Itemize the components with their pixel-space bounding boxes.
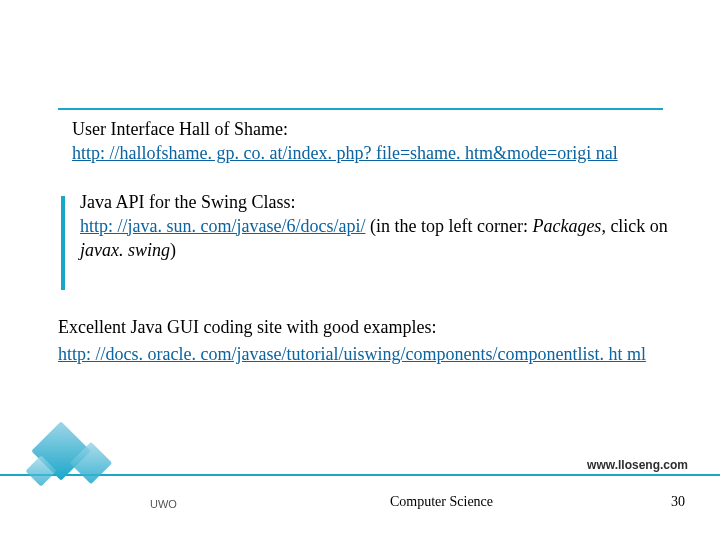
footer-org: UWO (150, 498, 177, 510)
slide: User Interface Hall of Shame: http: //ha… (0, 0, 720, 540)
block-hall-of-shame: User Interface Hall of Shame: http: //ha… (58, 112, 676, 166)
footer-page-number: 30 (671, 494, 685, 510)
footer-department: Computer Science (390, 494, 493, 510)
javaapi-title: Java API for the Swing Class: (80, 192, 296, 212)
block-java-api: Java API for the Swing Class: http: //ja… (58, 190, 676, 262)
gui-link[interactable]: http: //docs. oracle. com/javase/tutoria… (58, 344, 646, 364)
javaapi-packages: Packages (532, 216, 601, 236)
hos-title: User Interface Hall of Shame: (72, 119, 288, 139)
javaapi-swing: javax. swing (80, 240, 170, 260)
gui-title: Excellent Java GUI coding site with good… (58, 314, 672, 341)
javaapi-paren-mid: , click on (601, 216, 667, 236)
divider-top (58, 108, 663, 110)
block-gui-site: Excellent Java GUI coding site with good… (58, 314, 676, 368)
content-area: User Interface Hall of Shame: http: //ha… (58, 112, 676, 368)
javaapi-paren-lead: (in the top left corner: (365, 216, 532, 236)
footer-site-url: www.lloseng.com (587, 458, 688, 472)
javaapi-paren-tail: ) (170, 240, 176, 260)
corner-decor (30, 430, 116, 484)
javaapi-link[interactable]: http: //java. sun. com/javase/6/docs/api… (80, 216, 365, 236)
hos-link[interactable]: http: //hallofshame. gp. co. at/index. p… (72, 143, 618, 163)
